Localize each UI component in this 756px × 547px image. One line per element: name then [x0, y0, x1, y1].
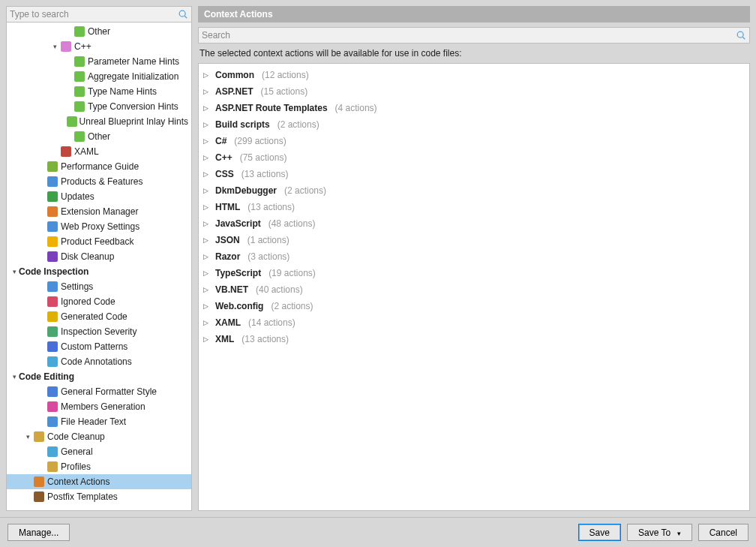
expand-icon[interactable]: ▷	[203, 253, 211, 260]
context-action-group[interactable]: ▷XML(13 actions)	[203, 331, 745, 347]
context-action-group[interactable]: ▷JavaScript(48 actions)	[203, 215, 745, 232]
action-group-count: (13 actions)	[242, 169, 289, 179]
expand-icon[interactable]: ▾	[50, 43, 59, 50]
context-action-group[interactable]: ▷C#(299 actions)	[203, 133, 745, 149]
tree-item[interactable]: Other	[7, 129, 191, 144]
expand-icon[interactable]: ▷	[203, 137, 211, 145]
tree-item[interactable]: File Header Text	[7, 414, 191, 429]
context-action-group[interactable]: ▷XAML(14 actions)	[203, 314, 745, 331]
context-icon	[33, 476, 45, 488]
context-action-group[interactable]: ▷Build scripts(2 actions)	[203, 116, 745, 133]
save-button[interactable]: Save	[578, 524, 621, 541]
tree-item[interactable]: Web Proxy Settings	[7, 219, 191, 234]
tree-item-label: Code Cleanup	[47, 431, 105, 442]
tree-item[interactable]: Ignored Code	[7, 294, 191, 309]
tree-item[interactable]: Parameter Name Hints	[7, 54, 191, 69]
context-action-group[interactable]: ▷DkmDebugger(2 actions)	[203, 182, 745, 199]
tree-item[interactable]: General Formatter Style	[7, 384, 191, 399]
tree-item[interactable]: ▾C++	[7, 39, 191, 54]
manage-button[interactable]: Manage...	[8, 524, 70, 541]
expand-icon[interactable]: ▷	[203, 335, 211, 343]
tree-item-label: Extension Manager	[61, 206, 138, 217]
expand-icon[interactable]: ▷	[203, 203, 211, 211]
expand-icon[interactable]: ▷	[203, 104, 211, 112]
tree-item[interactable]: Updates	[7, 189, 191, 204]
profiles-icon	[46, 461, 58, 473]
tree-item[interactable]: Code Annotations	[7, 354, 191, 369]
tree-item[interactable]: Custom Patterns	[7, 339, 191, 354]
tree-item[interactable]: ▾Code Editing	[7, 369, 191, 384]
tree-item[interactable]: Type Name Hints	[7, 84, 191, 99]
tree-item[interactable]: Context Actions	[7, 474, 191, 489]
expand-icon[interactable]: ▷	[203, 170, 211, 178]
tree-item-label: C++	[74, 41, 92, 52]
expand-icon[interactable]: ▾	[10, 268, 19, 275]
search-icon[interactable]	[736, 30, 746, 41]
svg-point-2	[737, 32, 743, 38]
context-action-group[interactable]: ▷Common(12 actions)	[203, 67, 745, 83]
tree-item[interactable]: Aggregate Initialization	[7, 69, 191, 84]
tree-item[interactable]: Product Feedback	[7, 234, 191, 249]
expand-icon[interactable]: ▾	[10, 373, 19, 380]
tree-item[interactable]: Disk Cleanup	[7, 249, 191, 264]
context-action-group[interactable]: ▷Razor(3 actions)	[203, 248, 745, 265]
context-action-group[interactable]: ▷ASP.NET Route Templates(4 actions)	[203, 100, 745, 116]
tree-item[interactable]: Inspection Severity	[7, 324, 191, 339]
context-action-group[interactable]: ▷Web.config(2 actions)	[203, 298, 745, 314]
tree-search-input[interactable]	[10, 9, 178, 20]
tree-item[interactable]: Unreal Blueprint Inlay Hints	[7, 114, 191, 129]
expand-icon[interactable]: ▷	[203, 121, 211, 128]
action-group-count: (13 actions)	[248, 202, 295, 212]
context-actions-list[interactable]: ▷Common(12 actions)▷ASP.NET(15 actions)▷…	[198, 63, 750, 511]
tree-item[interactable]: Settings	[7, 279, 191, 294]
tree-item[interactable]: Products & Features	[7, 174, 191, 189]
context-action-group[interactable]: ▷C++(75 actions)	[203, 149, 745, 166]
context-action-group[interactable]: ▷VB.NET(40 actions)	[203, 281, 745, 298]
tree-item[interactable]: ▾Code Cleanup	[7, 429, 191, 444]
cancel-button[interactable]: Cancel	[698, 524, 748, 541]
perf-icon	[46, 161, 58, 173]
expand-icon[interactable]: ▷	[203, 187, 211, 194]
expand-icon[interactable]: ▷	[203, 154, 211, 161]
tree-item[interactable]: General	[7, 444, 191, 459]
tree-item[interactable]: Performance Guide	[7, 159, 191, 174]
context-action-group[interactable]: ▷JSON(1 actions)	[203, 232, 745, 248]
expand-icon[interactable]: ▷	[203, 302, 211, 310]
expand-icon[interactable]: ▷	[203, 220, 211, 227]
context-action-group[interactable]: ▷CSS(13 actions)	[203, 166, 745, 182]
tree-item-label: Settings	[61, 281, 93, 292]
context-action-group[interactable]: ▷ASP.NET(15 actions)	[203, 83, 745, 100]
context-action-group[interactable]: ▷TypeScript(19 actions)	[203, 265, 745, 281]
action-group-count: (14 actions)	[248, 317, 296, 328]
left-panel: Other▾C++Parameter Name HintsAggregate I…	[6, 6, 192, 511]
action-group-name: Web.config	[215, 301, 263, 311]
tree-item[interactable]: Members Generation	[7, 399, 191, 414]
tree-item[interactable]: Type Conversion Hints	[7, 99, 191, 114]
expand-icon[interactable]: ▷	[203, 88, 211, 95]
expand-icon[interactable]: ▾	[23, 433, 32, 440]
tree-item[interactable]: XAML	[7, 144, 191, 159]
expand-icon[interactable]: ▷	[203, 269, 211, 277]
tree-item[interactable]: Generated Code	[7, 309, 191, 324]
action-group-name: ASP.NET	[215, 86, 253, 97]
context-action-group[interactable]: ▷HTML(13 actions)	[203, 199, 745, 215]
action-group-name: HTML	[215, 202, 240, 212]
tree-item[interactable]: ▾Code Inspection	[7, 264, 191, 279]
gencode-icon	[46, 311, 58, 323]
search-icon[interactable]	[178, 9, 188, 20]
settings-tree[interactable]: Other▾C++Parameter Name HintsAggregate I…	[6, 23, 192, 511]
tree-item[interactable]: Extension Manager	[7, 204, 191, 219]
expand-icon[interactable]: ▷	[203, 71, 211, 79]
right-panel: Context Actions The selected context act…	[198, 6, 750, 511]
postfix-icon	[33, 491, 45, 503]
expand-icon[interactable]: ▷	[203, 319, 211, 326]
expand-icon[interactable]: ▷	[203, 236, 211, 244]
actions-search-input[interactable]	[202, 30, 736, 41]
save-to-button[interactable]: Save To	[627, 524, 692, 541]
tree-item[interactable]: Postfix Templates	[7, 489, 191, 504]
tree-item[interactable]: Other	[7, 24, 191, 39]
severity-icon	[46, 326, 58, 338]
expand-icon[interactable]: ▷	[203, 286, 211, 293]
tree-item[interactable]: Profiles	[7, 459, 191, 474]
action-group-name: Common	[215, 70, 254, 80]
